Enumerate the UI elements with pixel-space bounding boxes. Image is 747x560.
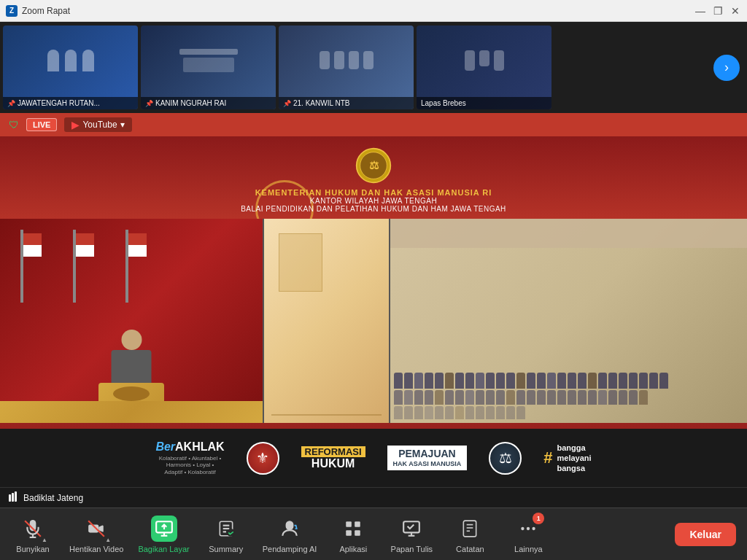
video-icon: ▲ bbox=[83, 516, 109, 542]
share-icon bbox=[151, 516, 177, 542]
toolbar-left-items: ▲ Bunyikan ▲ Hentikan Video bbox=[11, 516, 550, 553]
live-bar: 🛡 LIVE ▶ YouTube ▾ bbox=[0, 113, 747, 136]
svg-rect-4 bbox=[12, 493, 14, 502]
wifi-status: Badiklat Jateng bbox=[9, 491, 83, 504]
notes-icon bbox=[457, 516, 483, 542]
presentation-title-1: KEMENTERIAN HUKUM DAN HAK ASASI MANUSIA … bbox=[255, 188, 492, 197]
presentation-area: ⚖ KEMENTERIAN HUKUM DAN HAK ASASI MANUSI… bbox=[0, 136, 747, 487]
presentation-header: ⚖ KEMENTERIAN HUKUM DAN HAK ASASI MANUSI… bbox=[0, 136, 747, 219]
svg-point-32 bbox=[533, 526, 535, 529]
flag-3 bbox=[116, 233, 147, 257]
pin-icon-2: 📌 bbox=[145, 100, 153, 107]
window-title: Zoom Rapat bbox=[22, 6, 70, 16]
thumbnail-2[interactable]: 📌 KANIM NGURAH RAI bbox=[141, 26, 276, 109]
whiteboard-button[interactable]: Papan Tulis bbox=[390, 516, 433, 553]
pin-icon-1: 📌 bbox=[7, 100, 15, 107]
branding-bar: BerAKHLAK Kolaboratif • Akuntabel • Harm… bbox=[0, 429, 747, 487]
summary-button[interactable]: Summary bbox=[204, 516, 248, 553]
svg-point-31 bbox=[527, 526, 530, 529]
brand-bangga: # bangga melayani bangsa bbox=[543, 443, 591, 474]
presentation-title-3: BALAI PENDIDIKAN DAN PELATIHAN HUKUM DAN… bbox=[241, 205, 506, 213]
audience-panel-inner bbox=[390, 219, 747, 423]
brand-circle-1: ⚜ bbox=[247, 442, 279, 475]
video-panels bbox=[0, 219, 747, 429]
ceiling bbox=[390, 219, 747, 248]
svg-rect-22 bbox=[355, 530, 361, 536]
maximize-button[interactable]: ❐ bbox=[712, 5, 724, 17]
thumbnails-bar: 📌 JAWATENGAH RUTAN... 📌 KANIM NGURAH RAI bbox=[0, 22, 747, 113]
status-bar: Badiklat Jateng bbox=[0, 487, 747, 508]
mute-button[interactable]: ▲ Bunyikan bbox=[11, 516, 55, 553]
apps-label: Aplikasi bbox=[339, 545, 367, 553]
app-icon: Z bbox=[6, 5, 18, 17]
notes-button[interactable]: Catatan bbox=[448, 516, 492, 553]
more-button[interactable]: 1 Lainnya bbox=[506, 516, 550, 553]
speaker-panel-inner bbox=[0, 219, 263, 423]
leave-meeting-button[interactable]: Keluar bbox=[675, 523, 736, 546]
speaker-panel bbox=[0, 219, 263, 423]
thumbnail-3[interactable]: 📌 21. KANWIL NTB bbox=[279, 26, 414, 109]
minimize-button[interactable]: — bbox=[694, 5, 706, 17]
svg-rect-3 bbox=[9, 494, 11, 502]
presentation-title-2: KANTOR WILAYAH JAWA TENGAH bbox=[310, 197, 437, 205]
brand-pemajuan: PEMAJUAN HAK ASASI MANUSIA bbox=[387, 446, 468, 470]
wifi-icon bbox=[9, 491, 20, 504]
brand-akhlak: BerAKHLAK Kolaboratif • Akuntabel • Harm… bbox=[155, 440, 224, 476]
svg-rect-20 bbox=[355, 521, 361, 527]
floor-decoration bbox=[0, 401, 263, 423]
svg-rect-26 bbox=[464, 521, 476, 537]
main-content: 📌 JAWATENGAH RUTAN... 📌 KANIM NGURAH RAI bbox=[0, 22, 747, 560]
window-controls: — ❐ ✕ bbox=[694, 5, 741, 17]
video-button[interactable]: ▲ Hentikan Video bbox=[69, 516, 123, 553]
ai-icon bbox=[276, 516, 303, 542]
close-button[interactable]: ✕ bbox=[729, 5, 741, 17]
thumb-label-2: 📌 KANIM NGURAH RAI bbox=[141, 97, 276, 109]
flags-area bbox=[11, 233, 147, 257]
video-sub-arrow: ▲ bbox=[105, 537, 111, 543]
next-thumbnail-button[interactable]: › bbox=[713, 55, 740, 81]
ai-companion-button[interactable]: Pendamping AI bbox=[263, 516, 317, 553]
video-label: Hentikan Video bbox=[69, 545, 123, 553]
share-screen-button[interactable]: Bagikan Layar bbox=[138, 516, 189, 553]
svg-rect-5 bbox=[15, 491, 17, 502]
government-logo: ⚖ bbox=[355, 147, 392, 184]
audience-panel bbox=[390, 219, 747, 423]
titlebar-left: Z Zoom Rapat bbox=[6, 5, 70, 17]
pin-icon-3: 📌 bbox=[283, 100, 291, 107]
flag-1 bbox=[11, 233, 42, 257]
apps-icon bbox=[340, 516, 366, 542]
svg-rect-21 bbox=[347, 530, 352, 536]
thumbnail-1[interactable]: 📌 JAWATENGAH RUTAN... bbox=[3, 26, 138, 109]
title-bar: Z Zoom Rapat — ❐ ✕ bbox=[0, 0, 747, 22]
thumb-label-1: 📌 JAWATENGAH RUTAN... bbox=[3, 97, 138, 109]
summary-icon bbox=[213, 516, 239, 542]
more-badge: 1 bbox=[533, 513, 544, 524]
apps-button[interactable]: Aplikasi bbox=[331, 516, 375, 553]
notes-label: Catatan bbox=[456, 545, 484, 553]
svg-point-18 bbox=[227, 529, 235, 537]
more-icon: 1 bbox=[515, 516, 541, 542]
audience-rows bbox=[390, 248, 747, 423]
share-label: Bagikan Layar bbox=[138, 545, 189, 553]
middle-panel bbox=[263, 219, 390, 423]
flag-2 bbox=[63, 233, 94, 257]
thumb-label-3: 📌 21. KANWIL NTB bbox=[279, 97, 414, 109]
more-label: Lainnya bbox=[514, 545, 543, 553]
summary-label: Summary bbox=[209, 545, 243, 553]
live-badge: LIVE bbox=[26, 118, 57, 131]
thumb-label-4: Lapas Brebes bbox=[417, 97, 551, 109]
whiteboard-label: Papan Tulis bbox=[391, 545, 433, 553]
thumbnail-4[interactable]: Lapas Brebes bbox=[417, 26, 551, 109]
meeting-name: Badiklat Jateng bbox=[23, 493, 83, 503]
toolbar: ▲ Bunyikan ▲ Hentikan Video bbox=[0, 508, 747, 560]
mute-label: Bunyikan bbox=[16, 545, 49, 553]
mute-sub-arrow: ▲ bbox=[42, 537, 47, 543]
middle-panel-inner bbox=[264, 219, 389, 423]
mute-icon: ▲ bbox=[20, 516, 46, 542]
svg-point-30 bbox=[522, 526, 525, 529]
video-area: ⚖ KEMENTERIAN HUKUM DAN HAK ASASI MANUSI… bbox=[0, 136, 747, 487]
svg-text:⚖: ⚖ bbox=[369, 159, 379, 171]
brand-circle-2: ⚖ bbox=[489, 442, 522, 475]
ai-label: Pendamping AI bbox=[263, 545, 317, 553]
youtube-dropdown[interactable]: ▶ YouTube ▾ bbox=[64, 117, 131, 132]
